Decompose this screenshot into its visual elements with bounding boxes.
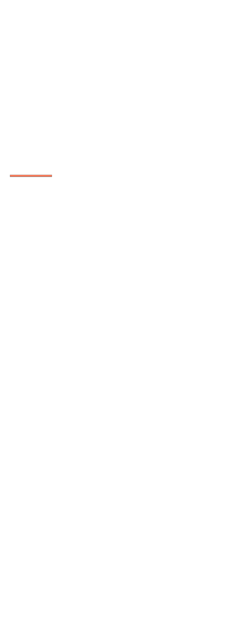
- entity-fprls-item-alv: [10, 175, 52, 177]
- relationship-lines: [0, 0, 245, 644]
- entity-header: [10, 175, 52, 177]
- er-diagram-canvas: [0, 0, 245, 644]
